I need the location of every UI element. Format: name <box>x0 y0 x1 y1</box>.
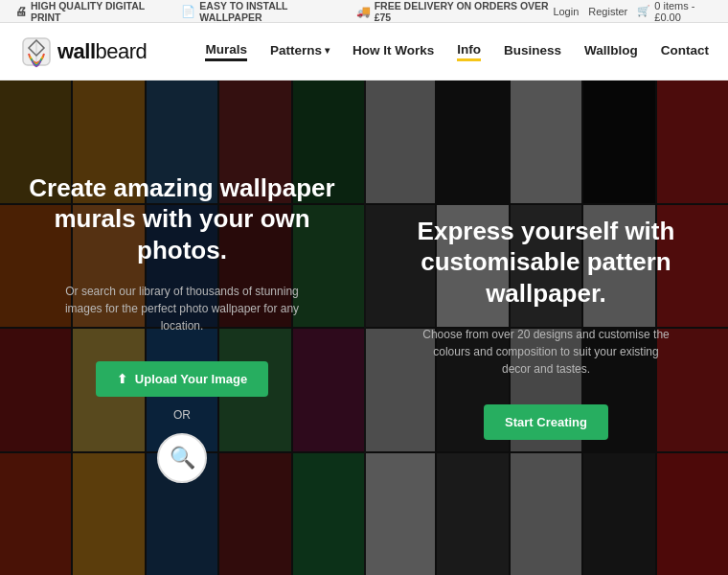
cart-info[interactable]: 🛒 0 items - £0.00 <box>637 0 713 23</box>
hero-divider <box>364 80 366 575</box>
nav-murals[interactable]: Murals <box>205 42 247 61</box>
start-creating-label: Start Creating <box>505 415 587 429</box>
top-bar-features: 🖨 HIGH QUALITY DIGITAL PRINT 📄 EASY TO I… <box>15 0 553 23</box>
hero-left-subtitle: Or search our library of thousands of st… <box>57 283 307 334</box>
search-button[interactable]: 🔍 <box>157 433 207 483</box>
nav-wallblog[interactable]: Wallblog <box>584 43 638 59</box>
header: wallbeard Murals Patterns How It Works I… <box>0 23 728 80</box>
top-bar: 🖨 HIGH QUALITY DIGITAL PRINT 📄 EASY TO I… <box>0 0 728 23</box>
upload-button-label: Upload Your Image <box>135 372 247 386</box>
feature-install-label: EASY TO INSTALL WALLPAPER <box>199 0 340 23</box>
hero-left-title: Create amazing wallpaper murals with you… <box>27 172 337 266</box>
logo[interactable]: wallbeard <box>19 34 147 69</box>
nav-info[interactable]: Info <box>457 42 481 61</box>
hero-right-overlay: Express yourself with customisable patte… <box>364 80 728 575</box>
print-icon: 🖨 <box>15 5 27 18</box>
feature-install: 📄 EASY TO INSTALL WALLPAPER <box>181 0 340 23</box>
install-icon: 📄 <box>181 5 195 18</box>
upload-button[interactable]: ⬆ Upload Your Image <box>96 361 268 397</box>
hero-right-panel: Express yourself with customisable patte… <box>364 80 728 575</box>
logo-icon <box>19 34 54 69</box>
feature-delivery: 🚚 FREE DELIVERY ON ORDERS OVER £75 <box>356 0 554 23</box>
upload-icon: ⬆ <box>117 372 127 386</box>
hero-left-overlay: Create amazing wallpaper murals with you… <box>0 80 364 575</box>
nav-how-it-works[interactable]: How It Works <box>353 43 434 59</box>
top-bar-right: Login Register 🛒 0 items - £0.00 <box>553 0 713 23</box>
hero-right-subtitle: Choose from over 20 designs and customis… <box>421 326 671 378</box>
feature-print: 🖨 HIGH QUALITY DIGITAL PRINT <box>15 0 166 23</box>
cart-icon: 🛒 <box>637 5 650 17</box>
start-creating-button[interactable]: Start Creating <box>484 404 608 440</box>
register-link[interactable]: Register <box>588 6 627 17</box>
login-link[interactable]: Login <box>553 6 579 17</box>
hero-right-title: Express yourself with customisable patte… <box>391 216 701 310</box>
cart-label: 0 items - £0.00 <box>654 0 713 23</box>
or-text: OR <box>173 408 191 422</box>
logo-text: wallbeard <box>57 39 147 64</box>
hero: Create amazing wallpaper murals with you… <box>0 80 728 575</box>
hero-left-panel: Create amazing wallpaper murals with you… <box>0 80 364 575</box>
feature-print-label: HIGH QUALITY DIGITAL PRINT <box>31 0 166 23</box>
nav-contact[interactable]: Contact <box>661 43 709 59</box>
feature-delivery-label: FREE DELIVERY ON ORDERS OVER £75 <box>375 0 554 23</box>
delivery-icon: 🚚 <box>356 5 371 18</box>
main-nav: Murals Patterns How It Works Info Busine… <box>205 42 709 61</box>
search-icon: 🔍 <box>170 446 195 471</box>
nav-patterns[interactable]: Patterns <box>270 43 330 59</box>
nav-business[interactable]: Business <box>504 43 561 59</box>
